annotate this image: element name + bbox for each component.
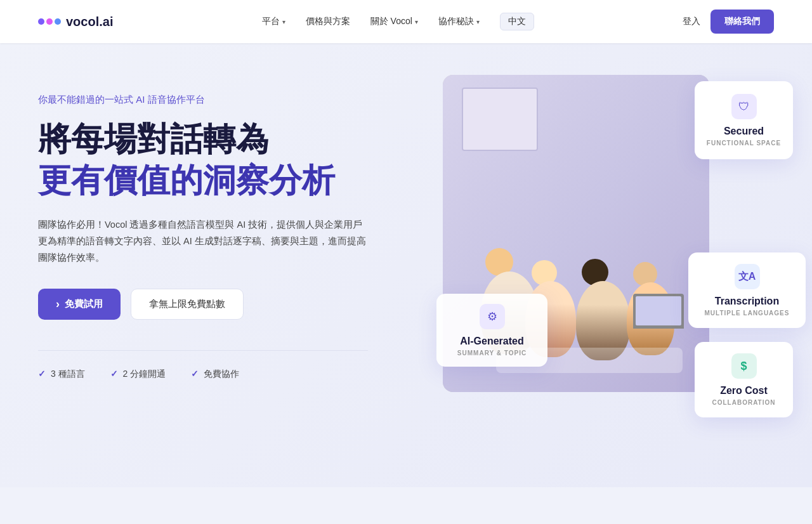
laptop [633, 294, 684, 329]
check-icon-3: ✓ [191, 369, 199, 379]
transcription-icon: 文A [735, 264, 760, 289]
nav-item-pricing[interactable]: 價格與方案 [306, 16, 350, 27]
card-secured: 🛡 Secured FUNCTIONAL SPACE [695, 81, 793, 159]
feature-collab-label: 免費協作 [204, 369, 239, 379]
secured-icon: 🛡 [731, 94, 757, 119]
hero-content: 你最不能錯過的一站式 AI 語音協作平台 將每場對話轉為 更有價值的洞察分析 團… [38, 81, 443, 380]
nav-actions: 登入 聯絡我們 [683, 10, 774, 34]
contact-button[interactable]: 聯絡我們 [710, 10, 774, 34]
secured-title: Secured [724, 126, 764, 137]
transcription-title: Transcription [715, 296, 779, 307]
navbar: vocol.ai 平台 ▾ 價格與方案 關於 Vocol ▾ 協作秘訣 ▾ 中文… [0, 0, 812, 43]
secured-subtitle: FUNCTIONAL SPACE [707, 140, 781, 147]
free-points-button[interactable]: 拿無上限免費點數 [131, 289, 244, 320]
hero-description: 團隊協作必用！Vocol 透過多種自然語言模型與 AI 技術，提供個人與企業用戶… [38, 216, 368, 266]
free-trial-label: 免費試用 [65, 298, 103, 310]
whiteboard [462, 88, 538, 151]
logo-dot-1 [38, 18, 44, 25]
card-zero-cost: $ Zero Cost COLLABORATION [695, 342, 793, 417]
nav-item-about[interactable]: 關於 Vocol ▾ [370, 16, 418, 27]
feature-setup-label: 2 分鐘開通 [122, 369, 166, 379]
transcription-subtitle: MULTIPLE LANGUAGES [705, 310, 790, 317]
logo-text: vocol.ai [66, 15, 113, 29]
hero-visual: 🛡 Secured FUNCTIONAL SPACE 文A Transcript… [443, 75, 774, 443]
zero-cost-title: Zero Cost [720, 385, 768, 396]
hero-title-line1: 將每場對話轉為 [38, 121, 269, 157]
nav-collab-chevron: ▾ [476, 18, 480, 25]
nav-about-chevron: ▾ [415, 18, 418, 25]
logo-dot-3 [55, 18, 61, 25]
nav-item-platform[interactable]: 平台 ▾ [262, 16, 285, 27]
check-icon-1: ✓ [38, 369, 46, 379]
feature-setup: ✓ 2 分鐘開通 [110, 369, 166, 380]
shield-icon: 🛡 [738, 100, 750, 114]
free-trial-button[interactable]: 免費試用 [38, 289, 121, 320]
logo[interactable]: vocol.ai [38, 15, 113, 29]
logo-dot-2 [46, 18, 53, 25]
arrow-icon [56, 298, 60, 311]
ai-icon: ⚙ [480, 304, 505, 329]
nav-platform-chevron: ▾ [282, 18, 285, 25]
dollar-icon: $ [740, 360, 747, 373]
card-ai-generated: ⚙ AI-Generated SUMMARY & TOPIC [436, 294, 547, 367]
laptop-screen [636, 296, 681, 325]
ai-generated-title: AI-Generated [460, 336, 523, 347]
nav-platform-label: 平台 [262, 16, 280, 27]
zero-cost-subtitle: COLLABORATION [712, 399, 775, 406]
card-transcription: 文A Transcription MULTIPLE LANGUAGES [688, 252, 806, 328]
nav-collab-label: 協作秘訣 [438, 16, 474, 27]
logo-icon [38, 18, 61, 25]
nav-pricing-label: 價格與方案 [306, 16, 350, 27]
nav-about-label: 關於 Vocol [370, 16, 412, 27]
translate-icon: 文A [738, 270, 756, 284]
hero-features: ✓ 3 種語言 ✓ 2 分鐘開通 ✓ 免費協作 [38, 369, 443, 380]
zero-cost-icon: $ [731, 353, 757, 379]
nav-menu: 平台 ▾ 價格與方案 關於 Vocol ▾ 協作秘訣 ▾ 中文 [262, 13, 534, 30]
hero-title-line2: 更有價值的洞察分析 [38, 162, 335, 199]
login-button[interactable]: 登入 [683, 16, 700, 27]
nav-item-collab[interactable]: 協作秘訣 ▾ [438, 16, 480, 27]
feature-languages: ✓ 3 種語言 [38, 369, 85, 380]
language-selector[interactable]: 中文 [500, 13, 534, 30]
ai-generated-subtitle: SUMMARY & TOPIC [457, 350, 527, 357]
feature-collab: ✓ 免費協作 [191, 369, 239, 380]
gear-icon: ⚙ [487, 310, 497, 324]
check-icon-2: ✓ [110, 369, 118, 379]
hero-section: 你最不能錯過的一站式 AI 語音協作平台 將每場對話轉為 更有價值的洞察分析 團… [0, 43, 812, 487]
hero-divider [38, 350, 368, 351]
feature-languages-label: 3 種語言 [51, 369, 85, 379]
hero-title: 將每場對話轉為 更有價值的洞察分析 [38, 119, 443, 201]
hero-buttons: 免費試用 拿無上限免費點數 [38, 289, 443, 320]
hero-tagline: 你最不能錯過的一站式 AI 語音協作平台 [38, 94, 443, 106]
